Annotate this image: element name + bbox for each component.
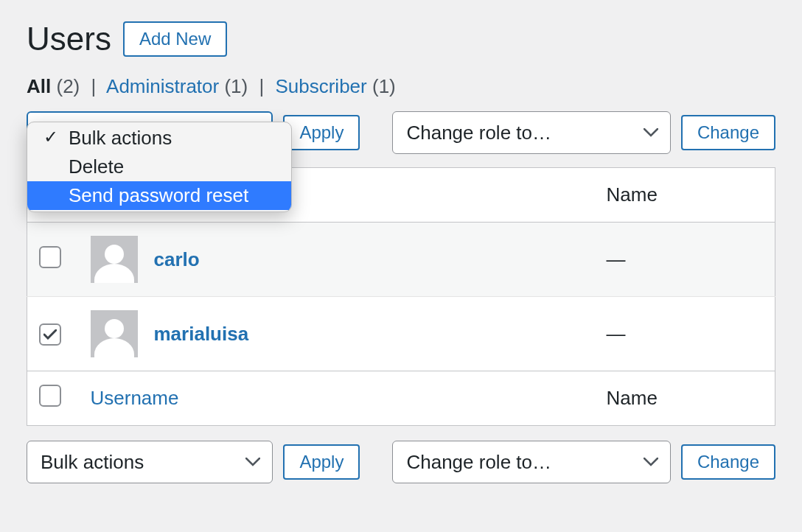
- table-row: marialuisa —: [27, 297, 775, 371]
- apply-button-top[interactable]: Apply: [283, 115, 360, 150]
- filter-admin-count: (1): [224, 75, 248, 97]
- bulk-actions-select-bottom[interactable]: Bulk actions: [27, 441, 273, 483]
- chevron-down-icon: [245, 458, 260, 466]
- column-name-header[interactable]: Name: [595, 168, 775, 223]
- avatar: [91, 236, 138, 283]
- username-link[interactable]: carlo: [154, 248, 200, 271]
- name-cell: —: [595, 223, 775, 297]
- name-cell: —: [595, 297, 775, 371]
- change-role-select-top[interactable]: Change role to…: [392, 111, 670, 154]
- column-username-label: Username: [91, 387, 179, 409]
- bulk-option-delete[interactable]: Delete: [27, 153, 291, 181]
- bulk-option-bulk-actions[interactable]: Bulk actions: [27, 124, 291, 153]
- change-role-button-bottom[interactable]: Change: [681, 444, 775, 480]
- filter-admin-label: Administrator: [106, 75, 219, 97]
- change-role-select-bottom[interactable]: Change role to…: [392, 441, 670, 483]
- row-checkbox[interactable]: [39, 246, 61, 268]
- filter-subscriber[interactable]: Subscriber (1): [275, 75, 395, 97]
- bulk-actions-select-top[interactable]: Bulk actions Bulk actions Delete Send pa…: [27, 111, 273, 154]
- username-link[interactable]: marialuisa: [154, 323, 249, 346]
- column-username-footer[interactable]: Username: [79, 371, 595, 426]
- table-row: carlo —: [27, 223, 775, 297]
- chevron-down-icon: [644, 458, 658, 466]
- bulk-option-send-password-reset[interactable]: Send password reset: [27, 181, 291, 210]
- filter-subscriber-count: (1): [372, 75, 396, 97]
- add-new-button[interactable]: Add New: [123, 21, 227, 57]
- filter-separator: |: [259, 75, 264, 97]
- role-filter-bar: All (2) | Administrator (1) | Subscriber…: [27, 75, 775, 98]
- column-name-footer[interactable]: Name: [595, 371, 775, 426]
- page-title: Users: [27, 21, 111, 57]
- bulk-actions-dropdown: Bulk actions Delete Send password reset: [27, 122, 292, 212]
- bottom-toolbar: Bulk actions Apply Change role to… Chang…: [27, 441, 775, 483]
- avatar: [91, 310, 138, 357]
- apply-button-bottom[interactable]: Apply: [283, 444, 360, 480]
- bulk-actions-value: Bulk actions: [41, 451, 144, 474]
- filter-all-count: (2): [56, 75, 80, 97]
- top-toolbar: Bulk actions Bulk actions Delete Send pa…: [27, 111, 775, 154]
- select-all-checkbox-bottom[interactable]: [39, 385, 61, 407]
- filter-all[interactable]: All (2): [27, 75, 85, 97]
- change-role-value: Change role to…: [406, 122, 551, 144]
- filter-all-label: All: [27, 75, 51, 97]
- table-footer-row: Username Name: [27, 371, 775, 426]
- row-checkbox[interactable]: [39, 323, 61, 346]
- filter-administrator[interactable]: Administrator (1): [106, 75, 253, 97]
- change-role-button-top[interactable]: Change: [681, 115, 775, 150]
- filter-subscriber-label: Subscriber: [275, 75, 366, 97]
- page-header: Users Add New: [27, 21, 775, 57]
- change-role-value: Change role to…: [406, 451, 551, 474]
- chevron-down-icon: [644, 128, 658, 137]
- filter-separator: |: [91, 75, 96, 97]
